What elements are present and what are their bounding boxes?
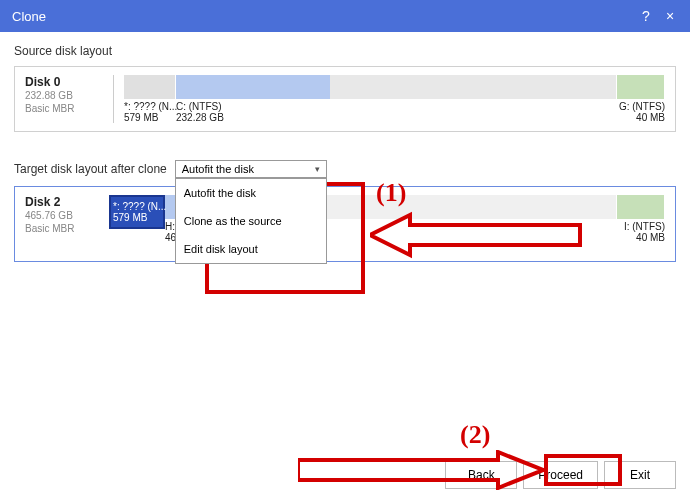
dropdown-selected: Autofit the disk	[182, 163, 254, 175]
partition-bar	[176, 75, 617, 99]
source-disk-panel: Disk 0 232.88 GB Basic MBR *: ???? (N...…	[14, 66, 676, 132]
footer-buttons: Back Proceed Exit	[445, 461, 676, 489]
source-partitions: *: ???? (N... 579 MB C: (NTFS) 232.28 GB…	[124, 75, 665, 123]
partition[interactable]: C: (NTFS) 232.28 GB	[176, 75, 617, 123]
partition[interactable]: I: (NTFS) 40 MB	[617, 195, 665, 243]
partition-bar	[617, 75, 665, 99]
target-disk-panel: Disk 2 465.76 GB Basic MBR *: ???? (N...…	[14, 186, 676, 262]
annotation-label-2: (2)	[460, 420, 490, 450]
dropdown-option-clone-source[interactable]: Clone as the source	[176, 207, 326, 235]
target-section-title: Target disk layout after clone	[14, 162, 167, 176]
annotation-label-1: (1)	[376, 178, 406, 208]
disk-name: Disk 2	[25, 195, 103, 209]
disk-name: Disk 0	[25, 75, 103, 89]
layout-dropdown-menu: Autofit the disk Clone as the source Edi…	[175, 178, 327, 264]
divider	[113, 75, 114, 123]
partition-size: 40 MB	[617, 232, 665, 243]
proceed-button[interactable]: Proceed	[523, 461, 598, 489]
disk-type: Basic MBR	[25, 222, 103, 235]
partition-label: *: ???? (N...	[124, 101, 176, 112]
partition-label: I: (NTFS)	[617, 221, 665, 232]
partition-size: 579 MB	[124, 112, 176, 123]
partition-size: 40 MB	[617, 112, 665, 123]
source-section-title: Source disk layout	[14, 44, 676, 58]
partition-size: 232.28 GB	[176, 112, 617, 123]
help-icon[interactable]: ?	[638, 8, 654, 24]
exit-button[interactable]: Exit	[604, 461, 676, 489]
dropdown-option-edit-layout[interactable]: Edit disk layout	[176, 235, 326, 263]
back-button[interactable]: Back	[445, 461, 517, 489]
partition-bar	[124, 75, 176, 99]
layout-dropdown[interactable]: Autofit the disk ▾	[175, 160, 327, 178]
disk-info: Disk 2 465.76 GB Basic MBR	[25, 195, 103, 235]
partition-label: G: (NTFS)	[617, 101, 665, 112]
close-icon[interactable]: ×	[662, 8, 678, 24]
partition-label: C: (NTFS)	[176, 101, 617, 112]
partition-bar	[617, 195, 665, 219]
partition[interactable]: *: ???? (N... 579 MB	[124, 75, 176, 123]
titlebar: Clone ? ×	[0, 0, 690, 32]
chevron-down-icon: ▾	[315, 164, 320, 174]
disk-info: Disk 0 232.88 GB Basic MBR	[25, 75, 103, 115]
partition-size: 579 MB	[113, 212, 169, 223]
window-title: Clone	[12, 9, 630, 24]
disk-type: Basic MBR	[25, 102, 103, 115]
disk-size: 465.76 GB	[25, 209, 103, 222]
dropdown-option-autofit[interactable]: Autofit the disk	[176, 179, 326, 207]
partition[interactable]: *: ???? (N... 579 MB	[109, 195, 165, 253]
disk-size: 232.88 GB	[25, 89, 103, 102]
partition-label: *: ???? (N...	[113, 201, 169, 212]
partition[interactable]: G: (NTFS) 40 MB	[617, 75, 665, 123]
layout-dropdown-wrap: Autofit the disk ▾ Autofit the disk Clon…	[175, 160, 327, 178]
